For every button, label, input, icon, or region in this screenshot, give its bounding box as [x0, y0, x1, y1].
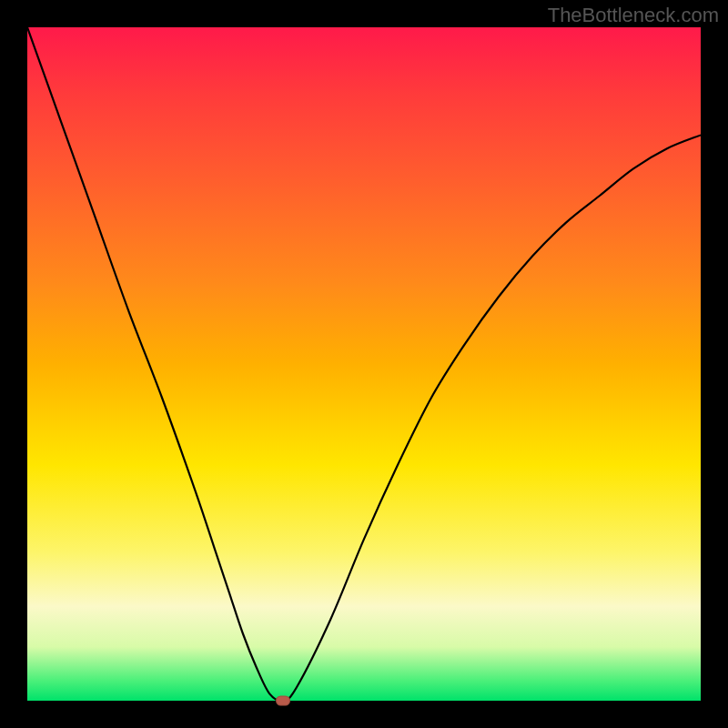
chart-plot-area [27, 27, 701, 701]
bottleneck-marker [276, 696, 290, 706]
bottleneck-curve [27, 27, 701, 701]
watermark-text: TheBottleneck.com [548, 4, 719, 27]
